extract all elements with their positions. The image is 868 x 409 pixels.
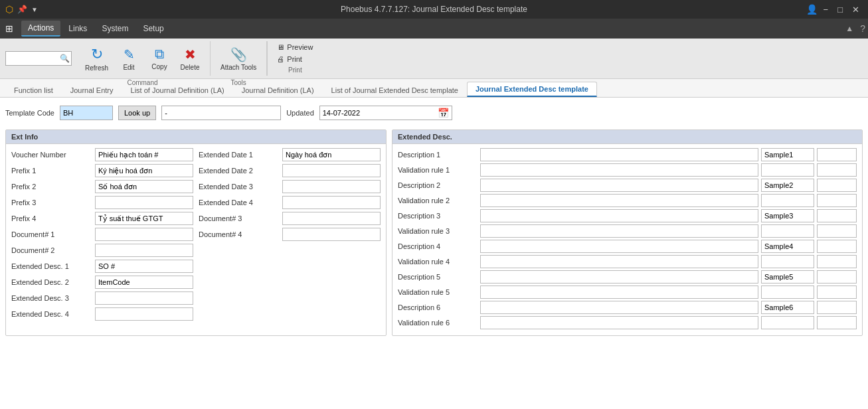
extdate3-row: Extended Date 3 — [199, 180, 381, 193]
menu-actions[interactable]: Actions — [21, 21, 60, 37]
desc6-extra[interactable] — [817, 301, 857, 314]
extdesc2-label: Extended Desc. 2 — [11, 278, 91, 286]
valrule4-sample[interactable] — [761, 255, 814, 268]
extdate1-input[interactable] — [282, 148, 381, 161]
edit-icon: ✎ — [124, 46, 135, 62]
extdate4-input[interactable] — [282, 196, 381, 209]
sections-row: Ext Info Voucher Number Prefix 1 Pr — [5, 129, 863, 336]
valrule4-extra[interactable] — [817, 255, 857, 268]
desc1-sample[interactable] — [761, 148, 814, 161]
desc2-extra[interactable] — [817, 179, 857, 192]
desc4-sample[interactable] — [761, 240, 814, 253]
valrule3-input[interactable] — [480, 224, 758, 238]
desc5-row: Description 5 — [398, 270, 857, 284]
desc6-label: Description 6 — [398, 303, 477, 311]
doc3-input[interactable] — [282, 212, 381, 225]
valrule6-extra[interactable] — [817, 316, 857, 329]
menu-setup[interactable]: Setup — [136, 21, 170, 36]
valrule5-extra[interactable] — [817, 286, 857, 299]
tab-journal-entry[interactable]: Journal Entry — [62, 83, 122, 97]
prefix1-input[interactable] — [95, 164, 193, 177]
calendar-icon[interactable]: 📅 — [438, 108, 449, 118]
template-code-input[interactable] — [60, 106, 113, 120]
prefix2-input[interactable] — [95, 180, 193, 193]
desc3-extra[interactable] — [817, 209, 857, 222]
preview-label: Preview — [287, 43, 313, 51]
desc2-input[interactable] — [480, 179, 758, 192]
valrule3-extra[interactable] — [817, 224, 857, 238]
tab-journal-ext[interactable]: Journal Extended Desc template — [467, 82, 597, 97]
prefix4-input[interactable] — [95, 212, 193, 225]
desc2-sample[interactable] — [761, 179, 814, 192]
menu-links[interactable]: Links — [62, 21, 94, 36]
delete-button[interactable]: ✖ Delete — [175, 41, 205, 76]
valrule1-extra[interactable] — [817, 163, 857, 177]
valrule6-row: Validation rule 6 — [398, 316, 857, 329]
doc3-label: Document# 3 — [199, 214, 278, 222]
valrule3-sample[interactable] — [761, 224, 814, 238]
command-group: ↻ Refresh ✎ Edit ⧉ Copy ✖ Delete Command — [75, 41, 211, 76]
desc6-row: Description 6 — [398, 301, 857, 314]
valrule6-sample[interactable] — [761, 316, 814, 329]
desc4-row: Description 4 — [398, 240, 857, 253]
toolbar: 🔍 ↻ Refresh ✎ Edit ⧉ Copy ✖ Delete Comma… — [0, 39, 868, 79]
close-button[interactable]: ✕ — [849, 3, 863, 16]
extended-desc-header: Extended Desc. — [392, 130, 862, 144]
dash-input[interactable] — [161, 106, 281, 120]
menu-chevron-icon[interactable]: ▲ — [845, 24, 853, 33]
valrule4-input[interactable] — [480, 255, 758, 268]
valrule6-input[interactable] — [480, 316, 758, 329]
help-icon[interactable]: ? — [860, 23, 865, 34]
extdate1-label: Extended Date 1 — [199, 151, 278, 159]
minimize-button[interactable]: − — [820, 3, 832, 16]
valrule1-input[interactable] — [480, 163, 758, 177]
refresh-icon: ↻ — [91, 46, 103, 63]
desc5-input[interactable] — [480, 270, 758, 284]
grid-icon: ⊞ — [5, 23, 13, 34]
menu-logo: ⊞ — [3, 22, 16, 35]
desc4-extra[interactable] — [817, 240, 857, 253]
desc1-extra[interactable] — [817, 148, 857, 161]
tab-function-list[interactable]: Function list — [5, 83, 62, 97]
desc4-input[interactable] — [480, 240, 758, 253]
maximize-button[interactable]: □ — [834, 3, 846, 16]
menu-system[interactable]: System — [95, 21, 135, 36]
edit-button[interactable]: ✎ Edit — [114, 41, 143, 76]
doc2-input[interactable] — [95, 244, 193, 257]
valrule1-sample[interactable] — [761, 163, 814, 177]
extdate2-input[interactable] — [282, 164, 381, 177]
valrule5-sample[interactable] — [761, 286, 814, 299]
prefix3-input[interactable] — [95, 196, 193, 209]
lookup-button[interactable]: Look up — [118, 106, 156, 120]
tab-list-journal-ext[interactable]: List of Journal Extended Desc template — [323, 83, 467, 97]
valrule6-label: Validation rule 6 — [398, 319, 477, 327]
valrule5-input[interactable] — [480, 286, 758, 299]
preview-button[interactable]: 🖥 Preview — [273, 41, 317, 53]
pin-icon: 📌 — [17, 5, 27, 14]
doc1-input[interactable] — [95, 228, 193, 241]
valrule2-extra[interactable] — [817, 194, 857, 207]
doc1-label: Document# 1 — [11, 230, 91, 238]
valrule2-sample[interactable] — [761, 194, 814, 207]
extdesc1-input[interactable] — [95, 260, 193, 273]
print-button[interactable]: 🖨 Print — [273, 53, 317, 65]
copy-button[interactable]: ⧉ Copy — [145, 41, 174, 76]
attach-button[interactable]: 📎 Attach Tools — [216, 41, 261, 76]
desc3-input[interactable] — [480, 209, 758, 222]
desc1-input[interactable] — [480, 148, 758, 161]
desc3-sample[interactable] — [761, 209, 814, 222]
valrule2-input[interactable] — [480, 194, 758, 207]
voucher-number-input[interactable] — [95, 148, 193, 161]
refresh-button[interactable]: ↻ Refresh — [80, 41, 113, 76]
extdesc4-input[interactable] — [95, 307, 193, 321]
doc4-input[interactable] — [282, 228, 381, 241]
tab-journal-def[interactable]: Journal Definition (LA) — [233, 83, 323, 97]
extdate3-input[interactable] — [282, 180, 381, 193]
desc6-sample[interactable] — [761, 301, 814, 314]
desc5-extra[interactable] — [817, 270, 857, 284]
desc5-sample[interactable] — [761, 270, 814, 284]
extdesc3-input[interactable] — [95, 291, 193, 305]
prefix1-label: Prefix 1 — [11, 167, 91, 175]
desc6-input[interactable] — [480, 301, 758, 314]
extdesc2-input[interactable] — [95, 276, 193, 289]
